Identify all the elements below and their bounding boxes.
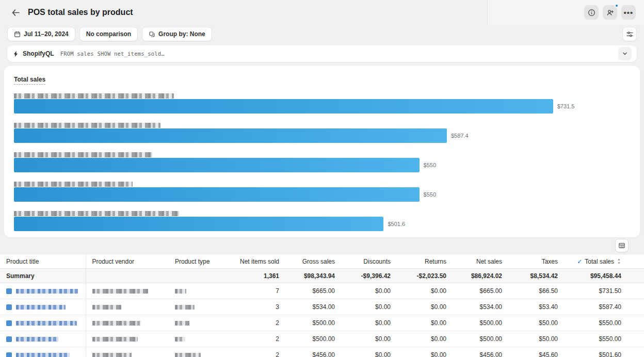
taxes-cell: $50.00	[508, 315, 564, 331]
chart-card: Total sales $731.5 $587.4 $550 $550	[4, 66, 640, 237]
filter-bar: Jul 11–20, 2024 No comparison Group by: …	[0, 25, 644, 43]
net-sales-cell: $534.00	[453, 299, 508, 315]
redacted-product-type	[175, 353, 201, 357]
bar[interactable]	[14, 217, 383, 231]
product-type-cell	[169, 283, 230, 299]
bar-chart: $731.5 $587.4 $550 $550 $501.6	[14, 91, 630, 231]
person-plus-icon	[606, 9, 614, 17]
product-thumbnail	[6, 320, 12, 326]
table-header-row: Product title Product vendor Product typ…	[0, 254, 644, 269]
col-returns[interactable]: Returns	[397, 254, 453, 269]
shopifyql-bar[interactable]: ShopifyQL FROM sales SHOW net_items_sold…	[7, 45, 637, 62]
col-net-sales[interactable]: Net sales	[453, 254, 508, 269]
col-total-sales[interactable]: ✓Total sales	[564, 254, 644, 269]
info-button[interactable]	[584, 5, 599, 20]
redacted-product-name	[14, 182, 133, 187]
summary-label: Summary	[0, 269, 86, 283]
bar-value-label: $501.6	[388, 221, 405, 227]
table-toggle-row	[0, 237, 644, 254]
header-actions: •••	[584, 5, 636, 20]
product-title-cell[interactable]	[0, 299, 86, 315]
total-sales-cell: $731.50	[564, 283, 644, 299]
bar[interactable]	[14, 158, 420, 172]
ellipsis-icon: •••	[624, 9, 634, 17]
calendar-icon	[14, 31, 21, 38]
total-sales-cell: $501.60	[564, 347, 644, 357]
view-options-button[interactable]	[622, 27, 637, 41]
net-items-sold-cell: 3	[230, 299, 285, 315]
redacted-product-name	[14, 152, 152, 157]
col-net-items-sold[interactable]: Net items sold	[230, 254, 285, 269]
chevron-down-icon	[622, 51, 628, 57]
net-items-sold-cell: 2	[230, 331, 285, 347]
bar[interactable]	[14, 128, 447, 143]
arrow-left-icon	[11, 8, 20, 17]
info-icon	[588, 9, 595, 17]
bar-group: $731.5	[14, 91, 630, 113]
date-range-label: Jul 11–20, 2024	[24, 30, 69, 38]
gross-sales-cell: $665.00	[285, 283, 341, 299]
col-discounts[interactable]: Discounts	[341, 254, 397, 269]
net-sales-cell: $500.00	[453, 315, 508, 331]
product-thumbnail	[6, 288, 12, 294]
redacted-product-name	[14, 93, 174, 99]
redacted-product-type	[175, 321, 189, 326]
discounts-cell: $0.00	[341, 299, 397, 315]
chart-title: Total sales	[14, 76, 45, 85]
expand-query-button[interactable]	[618, 47, 632, 60]
net-sales-cell: $456.00	[453, 347, 508, 357]
gross-sales-cell: $534.00	[285, 299, 341, 315]
redacted-product-vendor	[92, 353, 132, 357]
col-product-type[interactable]: Product type	[169, 254, 230, 269]
page-title: POS total sales by product	[28, 8, 133, 17]
product-title-cell[interactable]	[0, 283, 86, 299]
table-row[interactable]: 7 $665.00 $0.00 $0.00 $665.00 $66.50 $73…	[0, 283, 644, 299]
gross-sales-cell: $500.00	[285, 315, 341, 331]
redacted-product-type	[175, 305, 195, 310]
net-sales-cell: $665.00	[453, 283, 508, 299]
product-vendor-cell	[86, 315, 169, 331]
redacted-product-title	[16, 337, 58, 342]
gross-sales-cell: $500.00	[285, 331, 341, 347]
table-row[interactable]: 2 $500.00 $0.00 $0.00 $500.00 $50.00 $55…	[0, 315, 644, 331]
bar-category-label	[14, 120, 630, 125]
taxes-cell: $53.40	[508, 299, 564, 315]
comparison-button[interactable]: No comparison	[79, 27, 138, 41]
group-by-button[interactable]: Group by: None	[142, 27, 212, 41]
redacted-product-type	[175, 337, 185, 342]
col-product-vendor[interactable]: Product vendor	[86, 254, 169, 269]
taxes-cell: $50.00	[508, 331, 564, 347]
product-type-cell	[169, 331, 230, 347]
discounts-cell: $0.00	[341, 331, 397, 347]
notification-dot	[615, 4, 619, 8]
page-header: POS total sales by product •••	[0, 0, 644, 25]
bar[interactable]	[14, 99, 553, 113]
comparison-label: No comparison	[86, 30, 131, 38]
share-button[interactable]	[603, 5, 617, 20]
table-row[interactable]: 2 $456.00 $0.00 $0.00 $456.00 $45.60 $50…	[0, 347, 644, 357]
returns-cell: $0.00	[397, 315, 453, 331]
more-actions-button[interactable]: •••	[621, 5, 636, 20]
col-gross-sales[interactable]: Gross sales	[285, 254, 341, 269]
table-row[interactable]: 3 $534.00 $0.00 $0.00 $534.00 $53.40 $58…	[0, 299, 644, 315]
product-title-cell[interactable]	[0, 331, 86, 347]
product-thumbnail	[6, 304, 12, 310]
table-view-button[interactable]	[615, 239, 629, 252]
back-button[interactable]	[8, 5, 23, 20]
bar-group: $550	[14, 179, 630, 202]
col-product-title[interactable]: Product title	[0, 254, 86, 269]
col-taxes[interactable]: Taxes	[508, 254, 564, 269]
taxes-cell: $66.50	[508, 283, 564, 299]
date-range-button[interactable]: Jul 11–20, 2024	[7, 27, 75, 41]
bar[interactable]	[14, 187, 420, 202]
table-row[interactable]: 2 $500.00 $0.00 $0.00 $500.00 $50.00 $55…	[0, 331, 644, 347]
product-thumbnail	[6, 352, 12, 357]
gross-sales-cell: $456.00	[285, 347, 341, 357]
product-title-cell[interactable]	[0, 347, 86, 357]
redacted-product-name	[14, 211, 179, 216]
returns-cell: $0.00	[397, 299, 453, 315]
product-thumbnail	[6, 336, 12, 342]
summary-total-sales: $95,458.44	[564, 269, 644, 283]
bar-value-label: $731.5	[557, 103, 575, 109]
product-title-cell[interactable]	[0, 315, 86, 331]
